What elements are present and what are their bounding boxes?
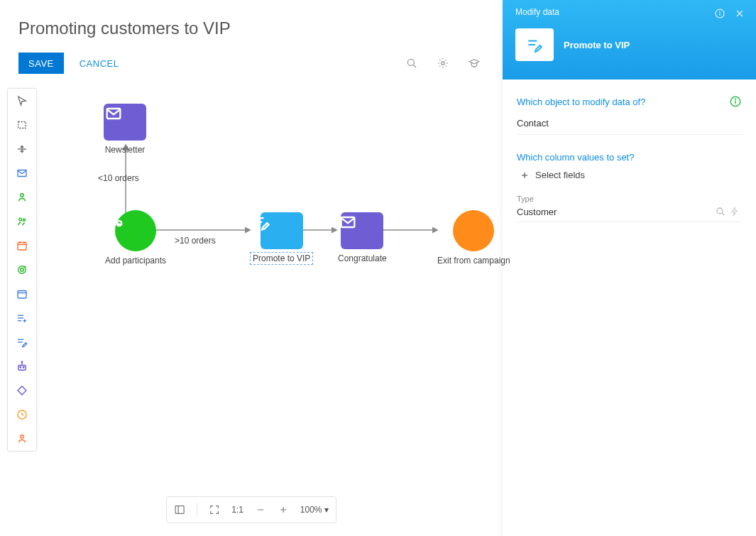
diamond-tool-icon[interactable] [8, 378, 36, 403]
svg-point-28 [21, 361, 23, 363]
svg-line-60 [722, 213, 724, 215]
node-exit-campaign[interactable]: Exit from campaign [437, 210, 510, 266]
svg-point-6 [21, 194, 24, 197]
properties-panel: Modify data Promote to VIP Which object … [503, 0, 756, 536]
minimap-toggle-icon[interactable] [174, 504, 185, 515]
svg-point-26 [23, 367, 25, 368]
zoom-ratio-label[interactable]: 1:1 [231, 505, 243, 515]
field-type-value[interactable]: Customer [517, 207, 713, 217]
svg-point-41 [445, 214, 450, 219]
edge-label-lt10: <10 orders [98, 173, 139, 183]
field-type-label: Type [517, 195, 742, 203]
node-newsletter[interactable]: Newsletter [104, 104, 146, 155]
node-congratulate[interactable]: Congratulate [338, 212, 387, 263]
audience-tool-icon[interactable] [8, 185, 36, 209]
robot-tool-icon[interactable] [8, 354, 36, 378]
node-add-participants[interactable]: Add participants [105, 210, 166, 266]
svg-point-0 [407, 59, 414, 65]
svg-point-7 [19, 218, 22, 221]
lookup-icon[interactable] [713, 206, 728, 217]
node-label: Newsletter [104, 145, 146, 155]
svg-rect-42 [175, 506, 184, 514]
info-icon[interactable] [729, 95, 742, 108]
fit-screen-icon[interactable] [209, 504, 220, 515]
gear-icon[interactable] [433, 53, 453, 73]
swimlane-tool-icon[interactable] [8, 137, 36, 161]
question-columns: Which column values to set? [517, 152, 742, 163]
email-tool-icon[interactable] [8, 161, 36, 185]
node-label: Congratulate [338, 253, 387, 263]
svg-rect-15 [18, 291, 26, 299]
timer-tool-icon[interactable] [8, 403, 36, 427]
svg-point-59 [717, 208, 723, 214]
select-fields-button[interactable]: Select fields [520, 170, 742, 180]
diagram-canvas[interactable]: Newsletter <10 orders Add participants >… [43, 88, 503, 493]
zoom-percent-label[interactable]: 100% ▾ [300, 505, 329, 515]
edge-label-gt10: >10 orders [175, 236, 216, 246]
select-fields-label: Select fields [535, 170, 585, 180]
svg-line-1 [413, 65, 416, 67]
svg-point-2 [442, 62, 445, 65]
modify-data-tool-icon[interactable] [8, 330, 36, 354]
node-label: Add participants [105, 256, 166, 266]
landing-target-tool-icon[interactable] [8, 258, 36, 282]
pointer-tool-icon[interactable] [8, 89, 36, 113]
svg-point-8 [23, 219, 26, 221]
svg-rect-24 [18, 366, 26, 371]
object-value[interactable]: Contact [517, 115, 742, 135]
search-icon[interactable] [402, 53, 422, 73]
svg-point-56 [735, 99, 736, 99]
zoom-out-icon[interactable] [255, 504, 266, 515]
cancel-button[interactable]: CANCEL [75, 58, 124, 70]
exit-tool-icon[interactable] [8, 427, 36, 451]
field-type-row: Customer [517, 204, 742, 222]
svg-point-25 [20, 367, 21, 368]
svg-point-30 [21, 435, 24, 439]
page-title: Promoting customers to VIP [0, 0, 503, 44]
node-promote-to-vip[interactable]: Promote to VIP [251, 212, 312, 263]
svg-rect-3 [18, 122, 26, 128]
panel-pre-title: Modify data [515, 0, 743, 17]
zoom-in-icon[interactable] [278, 504, 289, 515]
zoom-toolbar: 1:1 100% ▾ [166, 496, 336, 523]
modify-data-icon [515, 28, 554, 61]
node-label: Exit from campaign [437, 256, 510, 266]
svg-point-36 [111, 214, 116, 219]
lasso-tool-icon[interactable] [8, 113, 36, 137]
event-schedule-tool-icon[interactable] [8, 234, 36, 258]
toolbox [7, 88, 37, 452]
save-button[interactable]: SAVE [18, 53, 64, 74]
panel-title[interactable]: Promote to VIP [564, 40, 630, 50]
svg-rect-9 [18, 243, 26, 251]
action-bar: SAVE CANCEL [0, 44, 503, 81]
add-data-tool-icon[interactable] [8, 306, 36, 330]
calendar-tool-icon[interactable] [8, 282, 36, 306]
panel-header: Modify data Promote to VIP [503, 0, 756, 80]
question-object: Which object to modify data of? [517, 95, 742, 108]
svg-point-14 [21, 268, 24, 272]
audience-split-tool-icon[interactable] [8, 209, 36, 234]
academy-icon[interactable] [464, 53, 484, 73]
chevron-down-icon: ▾ [324, 505, 329, 515]
formula-icon[interactable] [728, 206, 742, 217]
node-label: Promote to VIP [251, 253, 312, 263]
